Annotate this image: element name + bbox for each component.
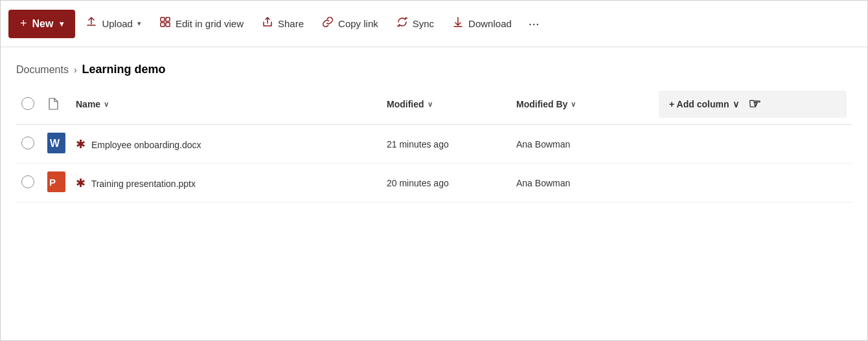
new-chevron-icon: ▾ <box>60 19 63 28</box>
loading-indicator: ✱ <box>76 137 86 151</box>
file-modifiedby-1: Ana Bowman <box>511 164 654 203</box>
download-button[interactable]: Download <box>444 10 520 38</box>
select-all-checkbox[interactable] <box>21 97 34 110</box>
edit-grid-button[interactable]: Edit in grid view <box>152 10 251 38</box>
copy-link-label: Copy link <box>338 18 378 29</box>
more-icon: ··· <box>529 16 540 31</box>
file-list-body: W ✱ Employee onboarding.docx 21 minutes … <box>16 125 852 203</box>
row-checkbox-0[interactable] <box>21 137 34 149</box>
file-modified-0: 21 minutes ago <box>382 125 511 164</box>
more-options-button[interactable]: ··· <box>522 10 546 38</box>
file-name-0[interactable]: Employee onboarding.docx <box>91 140 201 150</box>
loading-indicator: ✱ <box>76 176 86 190</box>
file-table: Name ∨ Modified ∨ Modified By ∨ <box>16 84 852 203</box>
header-fileicon <box>42 84 71 125</box>
toolbar: + New ▾ Upload ▾ Edit in grid view <box>1 1 867 47</box>
share-button[interactable]: Share <box>254 10 312 38</box>
row-checkbox-1[interactable] <box>21 175 34 188</box>
plus-icon: + <box>20 17 27 30</box>
file-modified-1: 20 minutes ago <box>382 164 511 203</box>
file-addcol-cell <box>654 125 852 164</box>
upload-button[interactable]: Upload ▾ <box>78 10 149 38</box>
share-label: Share <box>278 18 304 29</box>
file-name-1[interactable]: Training presentation.pptx <box>91 179 196 189</box>
table-row: P ✱ Training presentation.pptx 20 minute… <box>16 164 852 203</box>
edit-grid-label: Edit in grid view <box>176 18 244 29</box>
table-row: W ✱ Employee onboarding.docx 21 minutes … <box>16 125 852 164</box>
modifiedby-col-label: Modified By <box>516 99 567 109</box>
upload-chevron: ▾ <box>137 19 141 28</box>
header-modifiedby[interactable]: Modified By ∨ <box>511 84 654 125</box>
share-icon <box>262 16 273 31</box>
sync-button[interactable]: Sync <box>389 10 442 38</box>
copy-link-button[interactable]: Copy link <box>314 10 386 38</box>
file-addcol-cell <box>654 164 852 203</box>
svg-rect-0 <box>161 17 165 21</box>
breadcrumb-documents[interactable]: Documents <box>16 64 69 76</box>
download-label: Download <box>468 18 512 29</box>
add-col-chevron: ∨ <box>733 99 739 109</box>
breadcrumb-current: Learning demo <box>82 63 166 76</box>
link-icon <box>322 16 334 31</box>
upload-label: Upload <box>102 18 133 29</box>
new-button[interactable]: + New ▾ <box>8 10 75 38</box>
file-modifiedby-0: Ana Bowman <box>511 125 654 164</box>
breadcrumb-area: Documents › Learning demo <box>1 47 867 84</box>
svg-rect-3 <box>166 23 170 27</box>
word-file-icon: W <box>47 145 65 155</box>
svg-rect-1 <box>166 17 170 21</box>
download-icon <box>452 16 464 31</box>
file-list-container: Name ∨ Modified ∨ Modified By ∨ <box>1 84 867 203</box>
sync-label: Sync <box>413 18 434 29</box>
add-column-button[interactable]: + Add column ∨ ☞ <box>659 91 847 118</box>
name-col-label: Name <box>76 99 100 109</box>
svg-text:W: W <box>50 138 60 149</box>
new-button-label: New <box>32 18 54 30</box>
modifiedby-col-chevron: ∨ <box>571 100 576 109</box>
modified-col-chevron: ∨ <box>428 100 433 109</box>
upload-icon <box>86 16 97 31</box>
breadcrumb: Documents › Learning demo <box>16 63 852 76</box>
add-column-label: + Add column <box>669 99 729 109</box>
svg-text:P: P <box>49 177 56 188</box>
svg-rect-2 <box>161 23 165 27</box>
ppt-file-icon: P <box>47 184 65 194</box>
header-add-column[interactable]: + Add column ∨ ☞ <box>654 84 852 125</box>
grid-icon <box>159 16 171 31</box>
header-checkbox <box>16 84 42 125</box>
breadcrumb-separator: › <box>74 65 77 75</box>
header-modified[interactable]: Modified ∨ <box>382 84 511 125</box>
modified-col-label: Modified <box>387 99 424 109</box>
table-header-row: Name ∨ Modified ∨ Modified By ∨ <box>16 84 852 125</box>
name-col-chevron: ∨ <box>104 100 109 109</box>
cursor-pointer-icon: ☞ <box>748 96 761 113</box>
sync-icon <box>396 16 408 31</box>
header-name[interactable]: Name ∨ <box>71 84 382 125</box>
